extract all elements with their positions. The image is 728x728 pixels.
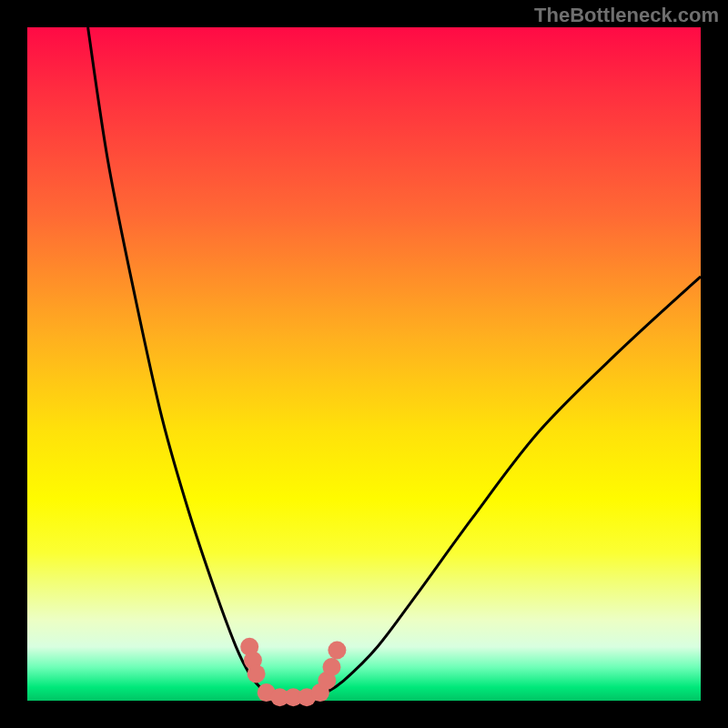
marker-dot bbox=[248, 664, 266, 682]
marker-dot bbox=[328, 642, 346, 660]
right-curve bbox=[310, 277, 701, 701]
left-curve bbox=[88, 27, 284, 701]
chart-svg bbox=[27, 27, 701, 701]
plot-area bbox=[27, 27, 701, 701]
chart-frame: TheBottleneck.com bbox=[0, 0, 728, 728]
marker-band bbox=[240, 638, 346, 707]
marker-dot bbox=[322, 658, 340, 676]
watermark-text: TheBottleneck.com bbox=[534, 4, 719, 27]
